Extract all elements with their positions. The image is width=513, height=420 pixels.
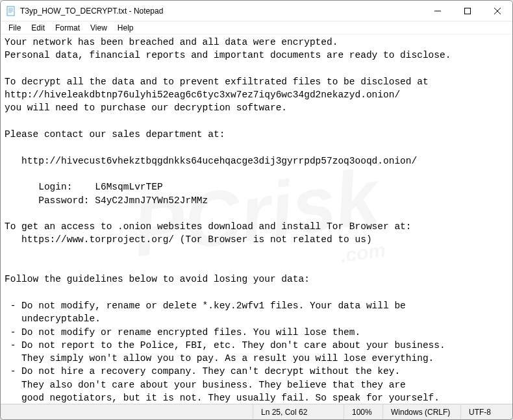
status-spacer xyxy=(1,404,253,419)
svg-rect-6 xyxy=(465,8,471,14)
window-controls xyxy=(423,1,512,21)
text-area[interactable]: Your network has been breached and all d… xyxy=(1,34,512,404)
menu-view[interactable]: View xyxy=(85,23,112,33)
close-button[interactable] xyxy=(482,1,512,21)
status-encoding: UTF-8 xyxy=(460,404,512,419)
window-title: T3yp_HOW_TO_DECRYPT.txt - Notepad xyxy=(20,6,423,16)
status-zoom: 100% xyxy=(344,404,382,419)
menubar: File Edit Format View Help xyxy=(1,21,512,34)
document-text: Your network has been breached and all d… xyxy=(5,37,451,404)
menu-edit[interactable]: Edit xyxy=(26,23,50,33)
menu-format[interactable]: Format xyxy=(50,23,85,33)
notepad-icon xyxy=(6,6,16,16)
status-position: Ln 25, Col 62 xyxy=(253,404,344,419)
minimize-button[interactable] xyxy=(423,1,453,21)
maximize-button[interactable] xyxy=(453,1,482,21)
notepad-window: T3yp_HOW_TO_DECRYPT.txt - Notepad File E… xyxy=(0,0,513,420)
menu-help[interactable]: Help xyxy=(112,23,139,33)
titlebar: T3yp_HOW_TO_DECRYPT.txt - Notepad xyxy=(1,1,512,21)
statusbar: Ln 25, Col 62 100% Windows (CRLF) UTF-8 xyxy=(1,404,512,419)
status-lineending: Windows (CRLF) xyxy=(382,404,460,419)
menu-file[interactable]: File xyxy=(3,23,26,33)
